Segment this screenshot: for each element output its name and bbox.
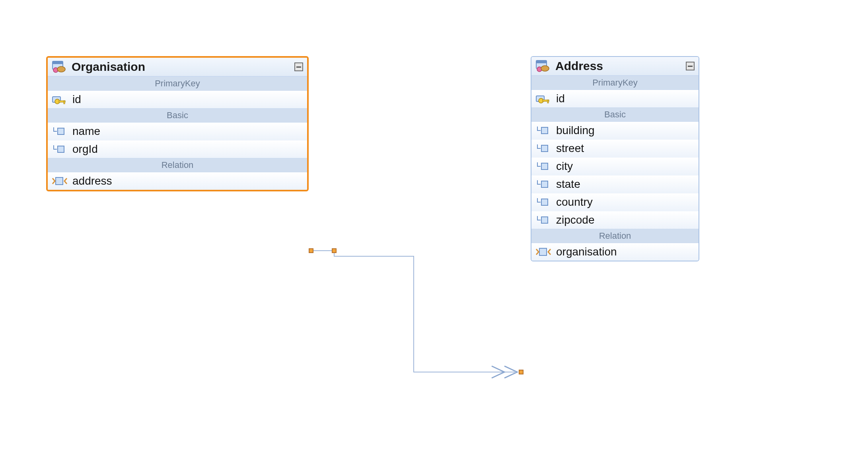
svg-rect-10 bbox=[56, 177, 63, 185]
svg-rect-24 bbox=[541, 217, 548, 223]
connector-node-mid[interactable] bbox=[332, 248, 337, 253]
entity-title: Organisation bbox=[72, 60, 294, 74]
svg-rect-20 bbox=[541, 145, 548, 152]
attribute-icon bbox=[51, 143, 68, 156]
svg-rect-9 bbox=[58, 146, 64, 152]
section-header-primarykey: PrimaryKey bbox=[531, 76, 699, 90]
section-header-primarykey: PrimaryKey bbox=[48, 76, 307, 91]
field-label: state bbox=[556, 178, 580, 191]
field-row-street[interactable]: street bbox=[531, 139, 699, 157]
entity-title: Address bbox=[555, 59, 686, 73]
attribute-icon bbox=[535, 178, 552, 191]
svg-rect-8 bbox=[58, 128, 64, 134]
entity-icon bbox=[534, 60, 551, 72]
field-label: street bbox=[556, 142, 584, 155]
svg-rect-23 bbox=[541, 199, 548, 205]
relation-icon bbox=[535, 246, 552, 258]
svg-rect-12 bbox=[536, 60, 547, 63]
connector-node-target[interactable] bbox=[519, 370, 524, 374]
section-header-basic: Basic bbox=[48, 108, 307, 123]
field-row-id[interactable]: id bbox=[531, 90, 699, 107]
attribute-icon bbox=[51, 125, 68, 138]
entity-address[interactable]: Address PrimaryKey id Basic building bbox=[531, 56, 699, 261]
field-row-organisation[interactable]: organisation bbox=[531, 243, 699, 261]
field-label: zipcode bbox=[556, 214, 595, 226]
field-row-building[interactable]: building bbox=[531, 122, 699, 139]
collapse-button[interactable] bbox=[294, 62, 303, 71]
attribute-icon bbox=[535, 124, 552, 137]
key-icon bbox=[51, 93, 68, 106]
field-row-zipcode[interactable]: zipcode bbox=[531, 211, 699, 229]
entity-header[interactable]: Organisation bbox=[48, 58, 307, 76]
field-label: name bbox=[72, 125, 100, 138]
attribute-icon bbox=[535, 214, 552, 226]
svg-rect-7 bbox=[64, 101, 65, 104]
svg-rect-22 bbox=[541, 181, 548, 187]
diagram-canvas[interactable]: Organisation PrimaryKey id Basic bbox=[0, 0, 868, 456]
section-header-relation: Relation bbox=[48, 158, 307, 172]
svg-rect-21 bbox=[541, 163, 548, 170]
svg-rect-19 bbox=[541, 127, 548, 134]
svg-point-3 bbox=[57, 66, 65, 72]
attribute-icon bbox=[535, 160, 552, 173]
attribute-icon bbox=[535, 196, 552, 209]
field-row-state[interactable]: state bbox=[531, 175, 699, 193]
section-header-relation: Relation bbox=[531, 229, 699, 243]
entity-icon bbox=[50, 60, 68, 73]
field-label: id bbox=[72, 93, 81, 106]
section-header-basic: Basic bbox=[531, 107, 699, 122]
collapse-button[interactable] bbox=[686, 62, 695, 70]
field-label: city bbox=[556, 160, 573, 173]
key-icon bbox=[535, 92, 552, 105]
entity-organisation[interactable]: Organisation PrimaryKey id Basic bbox=[46, 56, 309, 191]
field-row-country[interactable]: country bbox=[531, 193, 699, 211]
field-label: country bbox=[556, 196, 593, 209]
field-label: orgId bbox=[72, 143, 98, 156]
field-label: address bbox=[72, 175, 112, 187]
field-label: id bbox=[556, 92, 565, 105]
connector-node-source[interactable] bbox=[309, 248, 313, 253]
field-row-orgid[interactable]: orgId bbox=[48, 140, 307, 158]
attribute-icon bbox=[535, 142, 552, 155]
svg-rect-18 bbox=[547, 100, 549, 103]
svg-rect-25 bbox=[539, 248, 547, 255]
entity-header[interactable]: Address bbox=[531, 57, 699, 76]
relation-icon bbox=[51, 175, 68, 187]
svg-point-14 bbox=[541, 66, 549, 71]
field-row-id[interactable]: id bbox=[48, 91, 307, 108]
field-label: organisation bbox=[556, 246, 617, 258]
field-row-address[interactable]: address bbox=[48, 172, 307, 190]
svg-rect-1 bbox=[53, 61, 63, 64]
field-label: building bbox=[556, 124, 595, 137]
field-row-name[interactable]: name bbox=[48, 123, 307, 140]
field-row-city[interactable]: city bbox=[531, 157, 699, 175]
